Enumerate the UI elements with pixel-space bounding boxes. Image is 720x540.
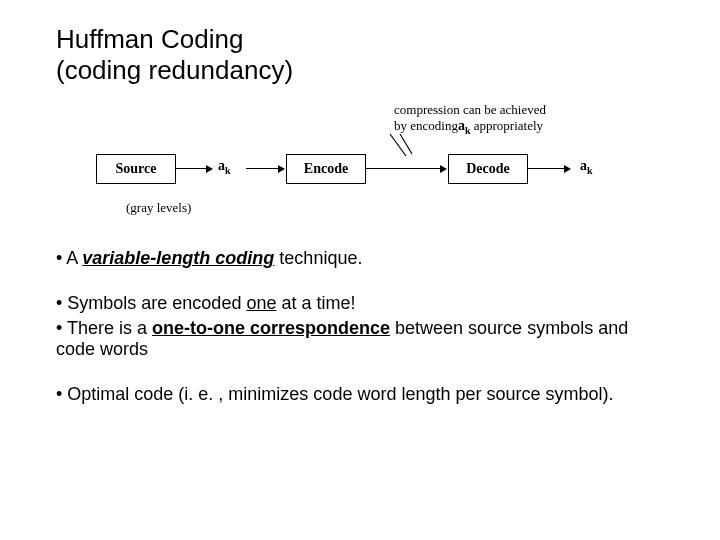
box-decode: Decode — [448, 154, 528, 184]
b1-a: • A — [56, 248, 82, 268]
annotation-line2b: appropriately — [474, 118, 543, 133]
bullet-2: • Symbols are encoded one at a time! — [56, 293, 664, 314]
annotation-line1: compression can be achieved — [394, 102, 546, 117]
symbol-ak-2: ak — [580, 158, 593, 176]
annot-sym-k: k — [465, 125, 471, 136]
arrow-4 — [528, 168, 570, 169]
bullet-3: • There is a one-to-one correspondence b… — [56, 318, 664, 360]
annot-sym-a: a — [458, 118, 465, 133]
slide: Huffman Coding (coding redundancy) compr… — [0, 0, 720, 405]
slide-title: Huffman Coding (coding redundancy) — [56, 24, 664, 86]
annotation-pointer — [386, 132, 416, 160]
b2-a: • Symbols are encoded — [56, 293, 246, 313]
annotation-line2a: by encoding — [394, 118, 458, 133]
box-encode: Encode — [286, 154, 366, 184]
box-source: Source — [96, 154, 176, 184]
sym1-a: a — [218, 158, 225, 173]
sym1-k: k — [225, 165, 231, 176]
title-line2: (coding redundancy) — [56, 55, 293, 85]
gray-levels-label: (gray levels) — [126, 200, 191, 216]
b2-c: at a time! — [276, 293, 355, 313]
flow-diagram: compression can be achieved by encodinga… — [96, 110, 664, 230]
sym2-k: k — [587, 165, 593, 176]
symbol-ak-1: ak — [218, 158, 231, 176]
b3-a: • There is a — [56, 318, 152, 338]
arrow-3 — [366, 168, 446, 169]
svg-line-0 — [390, 134, 406, 156]
arrow-1 — [176, 168, 212, 169]
b1-c: technique. — [274, 248, 362, 268]
b2-b: one — [246, 293, 276, 313]
bullet-1: • A variable-length coding technique. — [56, 248, 664, 269]
sym2-a: a — [580, 158, 587, 173]
bullet-4: • Optimal code (i. e. , minimizes code w… — [56, 384, 664, 405]
body-text: • A variable-length coding technique. • … — [56, 248, 664, 405]
b3-b: one-to-one correspondence — [152, 318, 390, 338]
arrow-2 — [246, 168, 284, 169]
b1-b: variable-length coding — [82, 248, 274, 268]
annotation-text: compression can be achieved by encodinga… — [394, 102, 546, 136]
title-line1: Huffman Coding — [56, 24, 243, 54]
